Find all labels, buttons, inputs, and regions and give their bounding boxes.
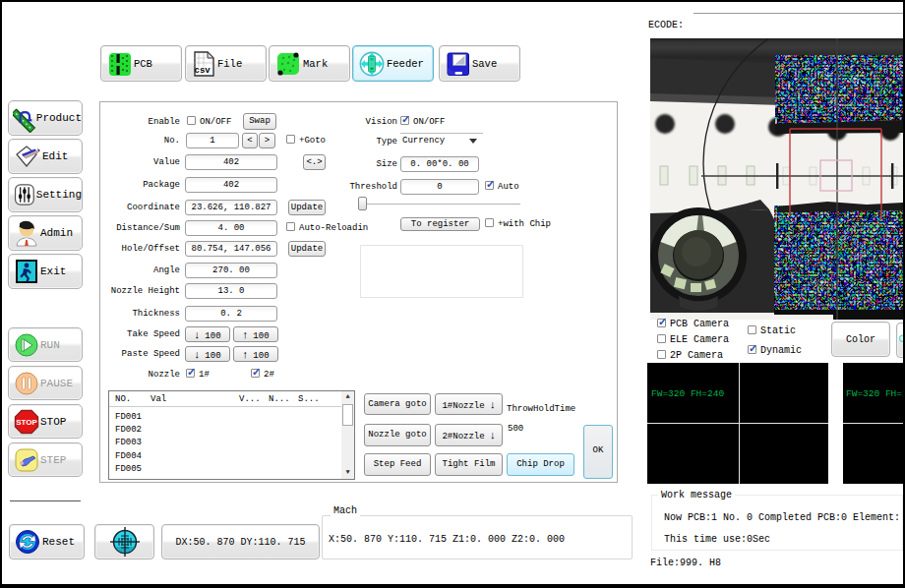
svg-text:csv: csv xyxy=(195,66,211,76)
svg-text:STOP: STOP xyxy=(16,418,37,427)
